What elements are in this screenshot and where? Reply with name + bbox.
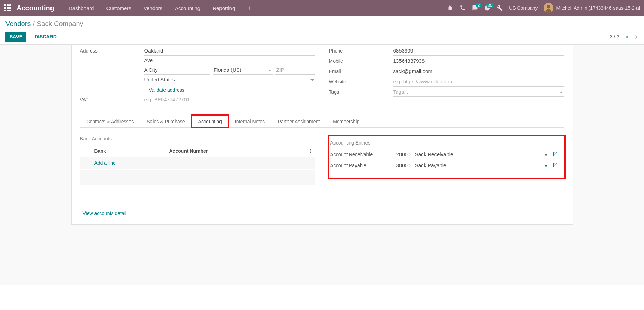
website-label: Website — [329, 77, 393, 84]
right-column: Phone Mobile Email Website Tags — [329, 46, 564, 105]
street2-input[interactable] — [144, 56, 315, 65]
empty-row — [80, 170, 315, 185]
payable-select[interactable] — [396, 161, 549, 170]
phone-input[interactable] — [393, 46, 564, 56]
main-menu: Dashboard Customers Vendors Accounting R… — [63, 0, 257, 16]
tags-input[interactable] — [393, 87, 564, 97]
discard-button[interactable]: DISCARD — [31, 32, 61, 42]
pager-prev-icon[interactable] — [624, 34, 630, 39]
svg-point-1 — [547, 5, 551, 9]
company-switcher[interactable]: US Company — [509, 5, 538, 11]
phone-icon[interactable] — [460, 5, 466, 11]
email-label: Email — [329, 67, 393, 74]
mobile-label: Mobile — [329, 56, 393, 64]
bank-col-header: Bank — [80, 148, 169, 154]
left-column: Address — [80, 46, 315, 105]
form-view: Address — [0, 44, 644, 285]
tab-page-accounting: Bank Accounts Bank Account Number ⋮ Add … — [80, 128, 564, 193]
external-link-icon[interactable] — [553, 151, 558, 158]
menu-dashboard[interactable]: Dashboard — [63, 0, 100, 16]
breadcrumb-separator: / — [33, 20, 35, 28]
menu-customers[interactable]: Customers — [100, 0, 137, 16]
bug-icon[interactable] — [447, 5, 453, 11]
activities-icon[interactable]: 38 — [484, 5, 490, 11]
tab-membership[interactable]: Membership — [326, 115, 366, 128]
vat-input[interactable] — [144, 95, 315, 104]
accounting-entries-heading: Accounting Entries — [330, 140, 558, 146]
notebook-tabs: Contacts & Addresses Sales & Purchase Ac… — [80, 115, 564, 128]
conversations-icon[interactable]: 2 — [472, 5, 478, 11]
email-input[interactable] — [393, 67, 564, 76]
vat-label: VAT — [80, 95, 144, 102]
accounting-entries-section: Accounting Entries Account Receivable — [329, 136, 564, 185]
view-accounts-detail-link[interactable]: View accounts detail — [80, 210, 126, 216]
breadcrumb-parent[interactable]: Vendors — [5, 20, 31, 28]
mobile-input[interactable] — [393, 56, 564, 66]
account-number-col-header: Account Number — [169, 148, 306, 154]
avatar — [544, 3, 553, 13]
pager-value[interactable]: 3 / 3 — [610, 34, 619, 39]
pager-next-icon[interactable] — [633, 34, 639, 39]
city-input[interactable] — [144, 65, 210, 75]
tab-partner-assignment[interactable]: Partner Assignment — [271, 115, 326, 128]
kebab-icon[interactable]: ⋮ — [306, 148, 315, 154]
tab-internal-notes[interactable]: Internal Notes — [228, 115, 271, 128]
state-select[interactable] — [213, 65, 273, 75]
tools-icon[interactable] — [497, 5, 503, 11]
zip-input[interactable] — [275, 65, 315, 75]
receivable-label: Account Receivable — [330, 152, 396, 157]
payable-label: Account Payable — [330, 163, 396, 168]
app-brand[interactable]: Accounting — [16, 4, 54, 12]
accounting-entries-highlight: Accounting Entries Account Receivable — [329, 136, 564, 178]
validate-address-link[interactable]: Validate address — [144, 84, 184, 94]
external-link-icon[interactable] — [553, 162, 558, 169]
breadcrumb-current: Sack Company — [37, 20, 83, 28]
menu-reporting[interactable]: Reporting — [206, 0, 241, 16]
activities-badge: 38 — [486, 3, 494, 8]
tab-accounting[interactable]: Accounting — [192, 115, 228, 128]
address-label: Address — [80, 46, 144, 54]
nav-right: 2 38 US Company Mitchell Admin (17433446… — [447, 3, 640, 13]
receivable-select[interactable] — [396, 150, 549, 159]
user-name: Mitchell Admin (17433446-saas-15-2-al — [556, 5, 640, 11]
apps-icon[interactable] — [4, 4, 11, 11]
menu-accounting[interactable]: Accounting — [169, 0, 206, 16]
country-select[interactable] — [144, 75, 315, 84]
website-input[interactable] — [393, 77, 564, 87]
street-input[interactable] — [144, 46, 315, 56]
bank-table-header: Bank Account Number ⋮ — [80, 146, 315, 157]
form-sheet: Address — [71, 45, 573, 225]
user-menu[interactable]: Mitchell Admin (17433446-saas-15-2-al — [544, 3, 640, 13]
tags-label: Tags — [329, 87, 393, 95]
bank-accounts-heading: Bank Accounts — [80, 136, 315, 141]
tab-contacts[interactable]: Contacts & Addresses — [80, 115, 140, 128]
menu-add[interactable]: + — [241, 0, 257, 16]
conversations-badge: 2 — [476, 3, 482, 8]
top-navbar: Accounting Dashboard Customers Vendors A… — [0, 0, 644, 16]
breadcrumb: Vendors / Sack Company — [5, 20, 639, 28]
save-button[interactable]: SAVE — [5, 32, 26, 42]
tab-sales-purchase[interactable]: Sales & Purchase — [140, 115, 191, 128]
phone-label: Phone — [329, 46, 393, 54]
add-line-link[interactable]: Add a line — [80, 157, 315, 169]
bank-accounts-section: Bank Accounts Bank Account Number ⋮ Add … — [80, 136, 315, 185]
control-panel: Vendors / Sack Company SAVE DISCARD 3 / … — [0, 16, 644, 44]
menu-vendors[interactable]: Vendors — [137, 0, 169, 16]
